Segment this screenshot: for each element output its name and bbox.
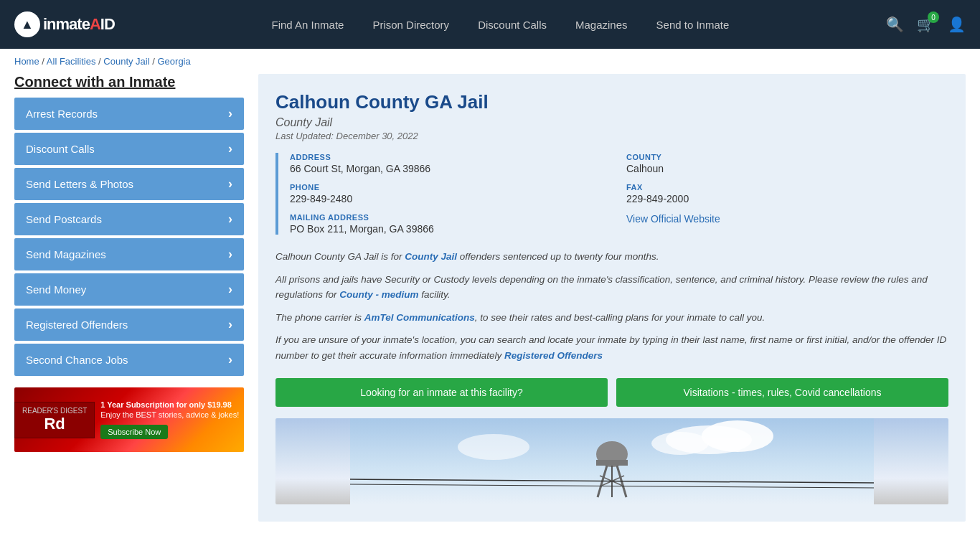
chevron-right-icon: › <box>228 106 232 121</box>
chevron-right-icon: › <box>228 212 232 227</box>
sidebar-label: Discount Calls <box>26 143 95 155</box>
action-buttons: Looking for an inmate at this facility? … <box>275 378 948 407</box>
description-4: If you are unsure of your inmate's locat… <box>275 332 948 363</box>
description-1: Calhoun County GA Jail is for County Jai… <box>275 249 948 265</box>
fax-label: FAX <box>626 183 948 192</box>
breadcrumb-all-facilities[interactable]: All Facilities <box>47 56 96 67</box>
registered-offenders-link[interactable]: Registered Offenders <box>504 350 603 361</box>
phone-label: PHONE <box>290 183 612 192</box>
logo[interactable]: ▲ inmateAID <box>14 11 115 37</box>
fax-value: 229-849-2000 <box>626 193 948 204</box>
chevron-right-icon: › <box>228 176 232 192</box>
facility-image <box>275 418 948 504</box>
sidebar-send-magazines[interactable]: Send Magazines › <box>14 238 244 270</box>
ad-brand: READER'S DIGEST <box>22 407 87 415</box>
sidebar-label: Arrest Records <box>26 108 98 120</box>
website-link[interactable]: View Official Website <box>626 213 720 225</box>
phone-value: 229-849-2480 <box>290 193 612 204</box>
visitations-button[interactable]: Visitations - times, rules, Covid cancel… <box>616 378 948 407</box>
sidebar-arrest-records[interactable]: Arrest Records › <box>14 98 244 130</box>
sidebar-label: Send Money <box>26 283 86 296</box>
county-jail-link[interactable]: County Jail <box>405 251 457 262</box>
ad-text: 1 Year Subscription for only $19.98 <box>100 400 244 409</box>
breadcrumb-georgia[interactable]: Georgia <box>157 56 190 67</box>
county-block: COUNTY Calhoun <box>626 153 948 174</box>
sidebar: Connect with an Inmate Arrest Records › … <box>14 74 244 522</box>
county-label: COUNTY <box>626 153 948 161</box>
search-icon[interactable]: 🔍 <box>886 16 904 33</box>
logo-icon: ▲ <box>14 11 40 37</box>
address-value: 66 Court St, Morgan, GA 39866 <box>290 163 612 174</box>
mailing-label: MAILING ADDRESS <box>290 213 612 222</box>
sidebar-label: Send Letters & Photos <box>26 178 133 190</box>
nav-discount-calls[interactable]: Discount Calls <box>478 19 547 31</box>
sidebar-label: Second Chance Jobs <box>26 354 128 366</box>
facility-content: Calhoun County GA Jail County Jail Last … <box>258 74 966 522</box>
sidebar-title: Connect with an Inmate <box>14 74 244 90</box>
chevron-right-icon: › <box>228 352 232 367</box>
chevron-right-icon: › <box>228 141 232 156</box>
breadcrumb-county-jail[interactable]: County Jail <box>103 56 149 67</box>
sidebar-discount-calls[interactable]: Discount Calls › <box>14 133 244 165</box>
facility-title: Calhoun County GA Jail <box>275 91 948 113</box>
breadcrumb: Home / All Facilities / County Jail / Ge… <box>0 49 980 74</box>
chevron-right-icon: › <box>228 247 232 262</box>
sidebar-registered-offenders[interactable]: Registered Offenders › <box>14 309 244 341</box>
address-block: ADDRESS 66 Court St, Morgan, GA 39866 <box>290 153 612 174</box>
county-value: Calhoun <box>626 163 948 174</box>
user-icon[interactable]: 👤 <box>948 16 966 33</box>
svg-point-2 <box>702 420 773 452</box>
nav-send-to-inmate[interactable]: Send to Inmate <box>656 19 730 31</box>
mailing-block: MAILING ADDRESS PO Box 211, Morgan, GA 3… <box>290 213 612 235</box>
svg-point-3 <box>651 432 709 455</box>
ad-subscribe-button[interactable]: Subscribe Now <box>100 425 168 439</box>
address-label: ADDRESS <box>290 153 612 161</box>
svg-rect-6 <box>596 460 628 466</box>
facility-type: County Jail <box>275 116 948 129</box>
county-medium-link[interactable]: County - medium <box>339 289 418 300</box>
sidebar-label: Send Magazines <box>26 248 106 260</box>
find-inmate-button[interactable]: Looking for an inmate at this facility? <box>275 378 608 407</box>
fax-block: FAX 229-849-2000 <box>626 183 948 204</box>
facility-updated: Last Updated: December 30, 2022 <box>275 131 948 141</box>
sidebar-second-chance-jobs[interactable]: Second Chance Jobs › <box>14 344 244 376</box>
sidebar-label: Send Postcards <box>26 213 102 225</box>
description-2: All prisons and jails have Security or C… <box>275 272 948 303</box>
cart-badge: 0 <box>928 11 939 23</box>
cart-icon[interactable]: 🛒 0 <box>917 16 935 33</box>
main-nav: Find An Inmate Prison Directory Discount… <box>136 19 864 31</box>
facility-info-grid: ADDRESS 66 Court St, Morgan, GA 39866 CO… <box>275 153 948 235</box>
ad-logo: Rd <box>22 415 87 433</box>
website-block: View Official Website <box>626 213 948 235</box>
main-layout: Connect with an Inmate Arrest Records › … <box>0 74 980 536</box>
ad-subtext: Enjoy the BEST stories, advice & jokes! <box>100 410 244 419</box>
phone-block: PHONE 229-849-2480 <box>290 183 612 204</box>
mailing-value: PO Box 211, Morgan, GA 39866 <box>290 223 612 235</box>
sidebar-menu: Arrest Records › Discount Calls › Send L… <box>14 98 244 376</box>
sidebar-send-postcards[interactable]: Send Postcards › <box>14 203 244 235</box>
nav-prison-directory[interactable]: Prison Directory <box>372 19 449 31</box>
nav-magazines[interactable]: Magazines <box>575 19 628 31</box>
site-header: ▲ inmateAID Find An Inmate Prison Direct… <box>0 0 980 49</box>
description-3: The phone carrier is AmTel Communication… <box>275 310 948 326</box>
breadcrumb-home[interactable]: Home <box>14 56 39 67</box>
logo-text: inmateAID <box>43 15 115 34</box>
ad-banner: READER'S DIGEST Rd 1 Year Subscription f… <box>14 387 244 452</box>
chevron-right-icon: › <box>228 282 232 297</box>
svg-point-4 <box>458 434 529 460</box>
sidebar-send-money[interactable]: Send Money › <box>14 273 244 306</box>
nav-find-inmate[interactable]: Find An Inmate <box>272 19 344 31</box>
amtel-link[interactable]: AmTel Communications <box>364 312 475 323</box>
sidebar-send-letters[interactable]: Send Letters & Photos › <box>14 168 244 200</box>
sidebar-label: Registered Offenders <box>26 319 128 331</box>
header-icons: 🔍 🛒 0 👤 <box>886 16 966 33</box>
chevron-right-icon: › <box>228 317 232 332</box>
